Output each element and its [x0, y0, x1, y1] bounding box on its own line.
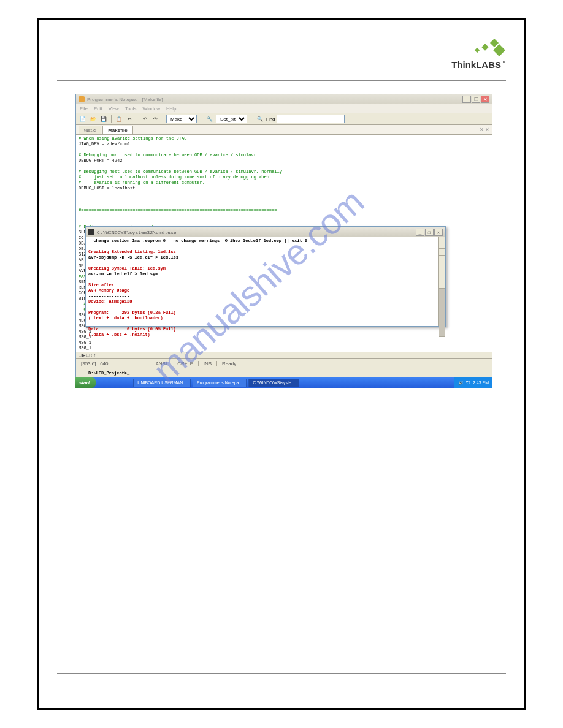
- nested-screenshot: Programmer's Notepad - [Makefile] _ ❐ ✕ …: [75, 94, 492, 388]
- cmd-scrollbar[interactable]: [438, 237, 445, 326]
- copy-icon[interactable]: 📋: [115, 115, 123, 123]
- open-icon[interactable]: 📂: [89, 115, 98, 123]
- tab-close-icon[interactable]: ✕ ✕: [480, 127, 489, 132]
- quicklaunch-icon[interactable]: [124, 379, 131, 387]
- tray-icon[interactable]: 🔊: [458, 381, 464, 385]
- toolbar: 📄 📂 💾 📋 ✂ ↶ ↷ Make 🔧 Set_bit 🔍 Find: [76, 113, 492, 125]
- status-lineending: CR+LF: [172, 361, 199, 366]
- menu-help[interactable]: Help: [166, 106, 176, 112]
- cmd-maximize-button[interactable]: ❐: [425, 229, 434, 236]
- tab-makefile[interactable]: Makefile: [102, 126, 133, 134]
- cmd-minimize-button[interactable]: _: [416, 229, 424, 236]
- cut-icon[interactable]: ✂: [125, 115, 134, 123]
- menu-tools[interactable]: Tools: [125, 106, 137, 112]
- title-bar[interactable]: Programmer's Notepad - [Makefile] _ ❐ ✕: [76, 94, 492, 104]
- menu-view[interactable]: View: [109, 106, 119, 112]
- find-label: Find: [266, 116, 275, 122]
- status-bar: [353:6] : 640 ANSI CR+LF INS Ready: [76, 358, 492, 368]
- tab-testc[interactable]: test.c: [79, 126, 101, 134]
- quicklaunch-icon[interactable]: [98, 379, 105, 387]
- scroll-up-button[interactable]: [439, 248, 445, 256]
- menu-edit[interactable]: Edit: [94, 106, 102, 112]
- quicklaunch-icon[interactable]: [115, 379, 123, 387]
- redo-icon[interactable]: ↷: [151, 115, 159, 123]
- output-toolbar: □ ▶ □ ↕ ↑: [76, 352, 492, 358]
- taskbar-item[interactable]: UNIBOARD USERMAN...: [133, 379, 191, 387]
- cmd-icon: [88, 229, 94, 235]
- cmd-output[interactable]: --change-section-lma .eeprom=0 --no-chan…: [86, 237, 445, 326]
- windows-taskbar: start UNIBOARD USERMAN... Programmer's N…: [75, 377, 492, 388]
- brand-logo: ThinkLABS™: [451, 39, 506, 70]
- new-icon[interactable]: 📄: [79, 115, 87, 123]
- cmd-title-bar[interactable]: C:\WINDOWS\system32\cmd.exe _ ❐ ✕: [86, 227, 445, 237]
- minimize-button[interactable]: _: [462, 96, 471, 103]
- taskbar-item[interactable]: Programmer's Notepa...: [193, 379, 247, 387]
- scroll-thumb[interactable]: [439, 288, 445, 337]
- scheme-select[interactable]: Make: [166, 115, 197, 123]
- tool-icon[interactable]: 🔧: [205, 115, 214, 123]
- cmd-close-button[interactable]: ✕: [434, 229, 443, 236]
- footer-link: [445, 692, 506, 692]
- clock[interactable]: 2:43 PM: [473, 381, 489, 385]
- close-button[interactable]: ✕: [481, 96, 489, 103]
- save-icon[interactable]: 💾: [99, 115, 108, 123]
- app-icon: [79, 96, 85, 102]
- menu-file[interactable]: File: [80, 106, 88, 112]
- start-button[interactable]: start: [75, 377, 96, 388]
- taskbar-item-active[interactable]: C:\WINDOWS\syste...: [248, 379, 299, 387]
- programmers-notepad-window: Programmer's Notepad - [Makefile] _ ❐ ✕ …: [75, 94, 492, 377]
- status-insert: INS: [199, 361, 217, 366]
- status-encoding: ANSI: [150, 361, 172, 366]
- menu-window[interactable]: Window: [143, 106, 160, 112]
- tray-icon[interactable]: 🛡: [466, 381, 470, 385]
- menu-bar: File Edit View Tools Window Help: [76, 104, 492, 113]
- document-tabs: test.c Makefile ✕ ✕: [76, 125, 492, 135]
- find-icon[interactable]: 🔍: [256, 115, 264, 123]
- cmd-title-text: C:\WINDOWS\system32\cmd.exe: [97, 230, 177, 235]
- system-tray[interactable]: 🔊 🛡 2:43 PM: [454, 377, 492, 388]
- undo-icon[interactable]: ↶: [140, 115, 149, 123]
- window-title: Programmer's Notepad - [Makefile]: [87, 97, 462, 102]
- target-select[interactable]: Set_bit: [216, 115, 247, 123]
- status-ready: Ready: [217, 361, 241, 366]
- cmd-window: C:\WINDOWS\system32\cmd.exe _ ❐ ✕ --chan…: [85, 226, 446, 327]
- maximize-button[interactable]: ❐: [472, 96, 480, 103]
- find-input[interactable]: [277, 115, 345, 123]
- quicklaunch-icon[interactable]: [107, 379, 114, 387]
- status-position: [353:6] : 640: [76, 361, 113, 366]
